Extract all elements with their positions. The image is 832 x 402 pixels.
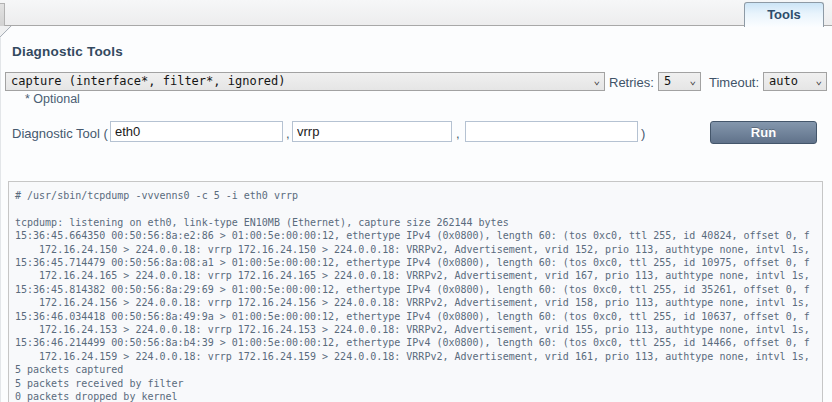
console-output-text: # /usr/sbin/tcpdump -vvvenns0 -c 5 -i et…	[9, 182, 822, 402]
timeout-label: Timeout:	[709, 75, 759, 90]
optional-note: * Optional	[25, 92, 80, 106]
args-close-paren: )	[641, 126, 645, 141]
diagnostic-tool-args-label: Diagnostic Tool (	[12, 126, 108, 141]
tab-bar	[0, 0, 832, 26]
panel-bevel-corner	[0, 26, 12, 38]
filter-arg-input[interactable]	[292, 121, 452, 142]
diagnostic-tool-select[interactable]: capture (interface*, filter*, ignored) ⌄	[5, 72, 605, 91]
page-title: Diagnostic Tools	[12, 44, 123, 59]
chevron-down-icon: ⌄	[689, 73, 696, 89]
retries-label: Retries:	[609, 75, 654, 90]
retries-select[interactable]: 5 ⌄	[658, 72, 701, 91]
console-output-box[interactable]: # /usr/sbin/tcpdump -vvvenns0 -c 5 -i et…	[8, 181, 823, 402]
timeout-select[interactable]: auto ⌄	[763, 72, 827, 91]
timeout-select-value: auto	[769, 74, 798, 88]
tab-tools[interactable]: Tools	[744, 2, 824, 27]
ignored-arg-input[interactable]	[465, 121, 638, 142]
run-button[interactable]: Run	[710, 121, 817, 144]
interface-arg-input[interactable]	[110, 121, 283, 142]
chevron-down-icon: ⌄	[815, 73, 822, 89]
retries-select-value: 5	[664, 74, 671, 88]
arg-separator: ,	[456, 126, 460, 141]
diagnostic-tool-select-value: capture (interface*, filter*, ignored)	[11, 74, 286, 88]
partial-tab-sliver[interactable]	[0, 3, 5, 26]
chevron-down-icon: ⌄	[593, 73, 600, 89]
arg-separator: ,	[286, 126, 290, 141]
diagnostic-tools-page: Tools Diagnostic Tools capture (interfac…	[0, 0, 832, 402]
